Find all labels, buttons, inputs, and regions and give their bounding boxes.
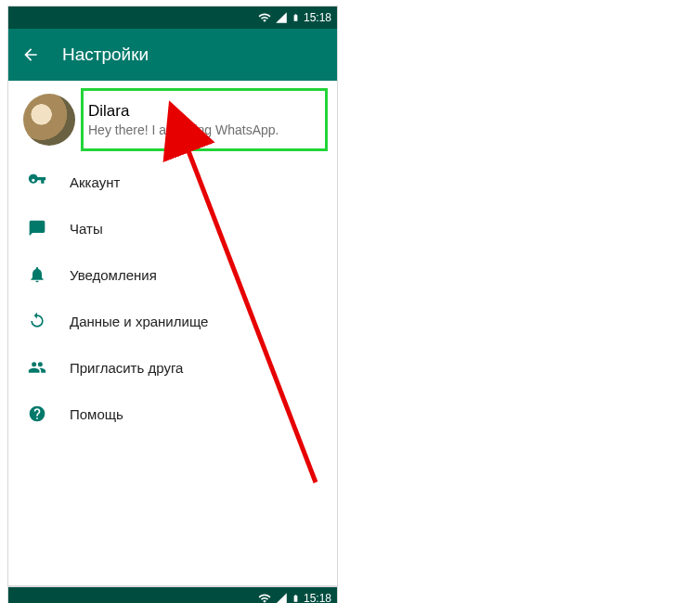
status-time: 15:18 [304, 592, 331, 603]
menu-label: Пригласить друга [70, 360, 183, 376]
wifi-icon [258, 11, 271, 24]
page-title: Настройки [62, 45, 149, 65]
menu-item-chat[interactable]: Чаты [8, 205, 337, 251]
menu-item-data[interactable]: Данные и хранилище [8, 298, 337, 344]
menu-item-invite[interactable]: Пригласить друга [8, 344, 337, 391]
back-icon[interactable] [21, 45, 40, 64]
status-time: 15:18 [304, 11, 331, 24]
menu-label: Помощь [70, 406, 123, 422]
menu-item-key[interactable]: Аккаунт [8, 159, 337, 205]
avatar [23, 94, 75, 146]
key-icon [27, 173, 47, 191]
chat-icon [27, 219, 47, 237]
profile-screen: 15:18 Профиль Dilara Это не имя пользова… [7, 586, 338, 603]
menu-label: Чаты [70, 221, 103, 237]
menu-item-bell[interactable]: Уведомления [8, 251, 337, 298]
battery-icon [292, 592, 300, 603]
profile-name: Dilara [88, 102, 322, 121]
menu-label: Уведомления [70, 267, 157, 283]
help-icon [27, 404, 47, 423]
signal-icon [275, 592, 288, 603]
battery-icon [292, 11, 300, 24]
bell-icon [27, 265, 47, 284]
data-icon [27, 312, 47, 330]
profile-status: Hey there! I am using WhatsApp. [88, 122, 322, 137]
status-bar: 15:18 [8, 587, 337, 603]
wifi-icon [258, 592, 271, 603]
profile-row[interactable]: Dilara Hey there! I am using WhatsApp. [8, 81, 337, 159]
signal-icon [275, 11, 288, 24]
menu-label: Данные и хранилище [70, 314, 208, 329]
settings-screen: 15:18 Настройки Dilara Hey there! I am u… [7, 6, 338, 586]
invite-icon [27, 358, 47, 377]
menu-label: Аккаунт [70, 174, 120, 190]
toolbar: Настройки [8, 29, 337, 81]
menu-item-help[interactable]: Помощь [8, 391, 337, 437]
status-bar: 15:18 [8, 6, 337, 29]
